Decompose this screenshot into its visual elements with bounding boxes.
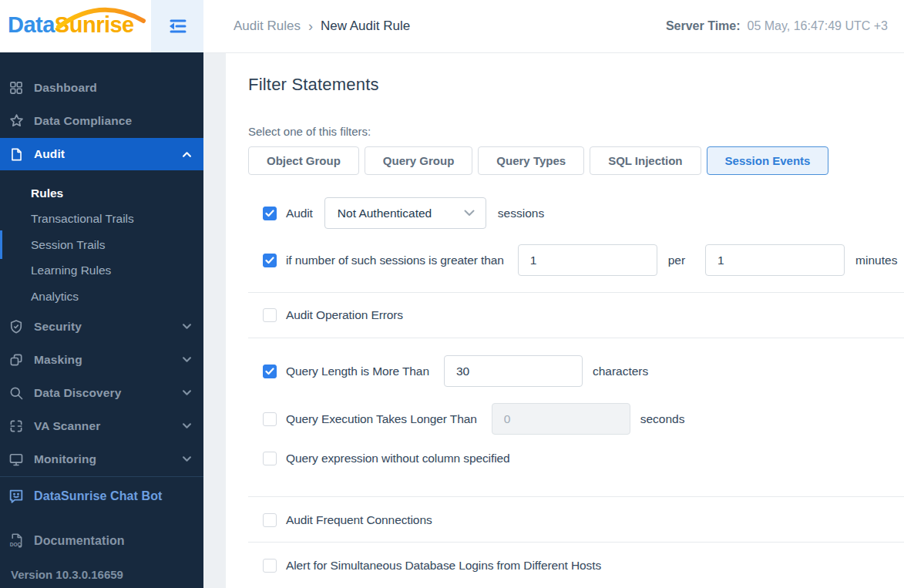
svg-text:DOC: DOC xyxy=(9,542,21,547)
sidebar-item-label: Monitoring xyxy=(34,452,183,466)
audit-label: Audit xyxy=(286,207,313,220)
filter-type-tabs: Object Group Query Group Query Types SQL… xyxy=(248,146,828,175)
sidebar-item-transactional-trails[interactable]: Transactional Trails xyxy=(0,206,203,232)
search-icon xyxy=(8,385,25,402)
sidebar-item-label: Dashboard xyxy=(34,81,191,95)
session-count-row: if number of such sessions is greater th… xyxy=(263,244,897,276)
monitor-icon xyxy=(8,451,25,468)
tab-query-types[interactable]: Query Types xyxy=(478,146,584,175)
file-icon xyxy=(8,146,25,163)
sidebar-item-audit[interactable]: Audit xyxy=(0,138,203,170)
sidebar-item-data-compliance[interactable]: Data Compliance xyxy=(0,104,203,137)
subnav-label: Session Trails xyxy=(31,238,105,252)
divider xyxy=(248,338,904,338)
breadcrumb: Audit Rules › New Audit Rule xyxy=(234,0,410,52)
chat-bot-icon xyxy=(8,488,25,505)
chevron-down-icon xyxy=(183,357,191,362)
filter-prompt-label: Select one of this filters: xyxy=(248,125,371,138)
logo-text-data: Data xyxy=(8,12,55,37)
query-length-input[interactable] xyxy=(444,355,583,387)
seconds-suffix-label: seconds xyxy=(640,412,685,426)
sidebar-item-dashboard[interactable]: Dashboard xyxy=(0,71,203,104)
query-length-label: Query Length is More Than xyxy=(286,365,429,378)
sidebar-item-learning-rules[interactable]: Learning Rules xyxy=(0,257,203,284)
frequent-connections-label: Audit Frequent Connections xyxy=(286,513,432,527)
session-count-label: if number of such sessions is greater th… xyxy=(286,254,504,267)
tab-query-group[interactable]: Query Group xyxy=(365,146,473,175)
minutes-suffix-label: minutes xyxy=(855,254,897,267)
operation-errors-label: Audit Operation Errors xyxy=(286,308,403,322)
grid-icon xyxy=(8,79,25,96)
frequent-connections-row: Audit Frequent Connections xyxy=(263,512,432,529)
indent-collapse-icon xyxy=(164,13,190,39)
query-expression-label: Query expression without column specifie… xyxy=(286,452,510,465)
operation-errors-checkbox[interactable] xyxy=(263,308,277,322)
sidebar-item-analytics[interactable]: Analytics xyxy=(0,284,203,310)
session-type-dropdown[interactable]: Not Authenticated xyxy=(324,197,486,229)
chevron-down-icon xyxy=(183,423,191,428)
audit-sessions-checkbox[interactable] xyxy=(263,207,277,220)
chevron-down-icon xyxy=(183,456,191,462)
simultaneous-logins-checkbox[interactable] xyxy=(263,559,277,573)
sessions-suffix-label: sessions xyxy=(498,207,544,220)
tab-object-group[interactable]: Object Group xyxy=(248,146,359,175)
page-title-breadcrumb: New Audit Rule xyxy=(321,18,410,34)
sidebar-item-label: Data Compliance xyxy=(34,114,191,128)
simultaneous-logins-row: Alert for Simultaneous Database Logins f… xyxy=(263,557,601,574)
sidebar-item-label: Security xyxy=(34,320,183,334)
session-period-input[interactable] xyxy=(705,244,845,276)
per-label: per xyxy=(668,254,685,267)
query-execution-checkbox[interactable] xyxy=(263,412,277,426)
server-time-label: Server Time: xyxy=(666,19,741,33)
datasunrise-logo[interactable]: DataSunrise xyxy=(8,12,134,38)
audit-sessions-row: Audit Not Authenticated sessions xyxy=(263,197,544,229)
scanner-icon xyxy=(8,418,25,435)
sidebar-item-documentation[interactable]: DOC Documentation xyxy=(0,524,203,557)
divider xyxy=(248,292,904,293)
sidebar-item-monitoring[interactable]: Monitoring xyxy=(0,442,203,475)
sidebar: Dashboard Data Compliance Audit Rules Tr… xyxy=(0,52,203,588)
operation-errors-row: Audit Operation Errors xyxy=(263,307,403,324)
top-bar: DataSunrise Audit Rules › New Audit Rule… xyxy=(0,0,904,52)
chevron-up-icon xyxy=(183,152,191,157)
mask-icon xyxy=(8,351,25,368)
header-divider xyxy=(203,52,904,53)
sidebar-item-va-scanner[interactable]: VA Scanner xyxy=(0,409,203,442)
section-title: Filter Statements xyxy=(248,75,379,95)
version-label: Version 10.3.0.16659 xyxy=(11,568,123,581)
server-time-value: 05 May, 16:47:49 UTC +3 xyxy=(748,19,888,33)
session-count-checkbox[interactable] xyxy=(263,254,277,267)
chevron-down-icon xyxy=(183,390,191,395)
session-count-input[interactable] xyxy=(518,244,657,276)
sidebar-item-data-discovery[interactable]: Data Discovery xyxy=(0,376,203,409)
tab-session-events[interactable]: Session Events xyxy=(707,146,829,175)
sidebar-item-label: Masking xyxy=(34,353,183,367)
logo-text-sunrise: Sunrise xyxy=(55,12,134,37)
query-execution-row: Query Execution Takes Longer Than second… xyxy=(263,403,684,435)
chat-bot-label: DataSunrise Chat Bot xyxy=(34,489,191,503)
chevron-down-icon xyxy=(464,210,475,217)
chevron-down-icon xyxy=(183,324,191,329)
query-length-checkbox[interactable] xyxy=(263,365,277,378)
main-content: Filter Statements Select one of this fil… xyxy=(226,53,904,588)
sidebar-item-session-trails[interactable]: Session Trails xyxy=(0,232,203,258)
shield-icon xyxy=(8,318,25,335)
dropdown-selected-value: Not Authenticated xyxy=(338,207,432,220)
sidebar-item-security[interactable]: Security xyxy=(0,310,203,343)
query-expression-checkbox[interactable] xyxy=(263,452,277,465)
query-execution-input xyxy=(492,403,630,435)
subnav-label: Rules xyxy=(31,186,63,200)
sidebar-collapse-button[interactable] xyxy=(151,0,203,52)
subnav-label: Transactional Trails xyxy=(31,212,134,226)
breadcrumb-audit-rules[interactable]: Audit Rules xyxy=(234,18,301,34)
divider xyxy=(248,496,904,497)
server-time: Server Time: 05 May, 16:47:49 UTC +3 xyxy=(666,0,888,52)
tab-sql-injection[interactable]: SQL Injection xyxy=(590,146,701,175)
query-length-row: Query Length is More Than characters xyxy=(263,355,648,387)
subnav-label: Analytics xyxy=(31,290,79,304)
sidebar-item-masking[interactable]: Masking xyxy=(0,343,203,376)
sidebar-item-chat-bot[interactable]: DataSunrise Chat Bot xyxy=(0,478,203,515)
frequent-connections-checkbox[interactable] xyxy=(263,513,277,527)
sidebar-item-rules[interactable]: Rules xyxy=(0,180,203,207)
divider xyxy=(248,542,904,543)
